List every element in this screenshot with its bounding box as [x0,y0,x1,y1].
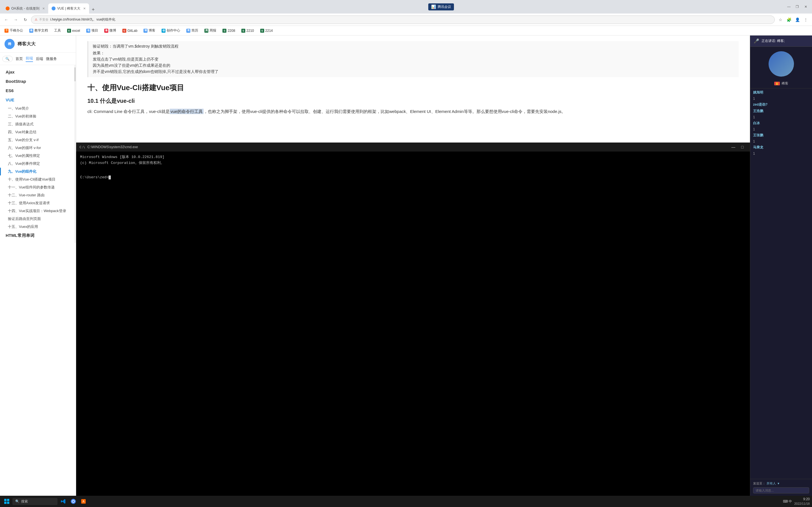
bookmark-project[interactable]: 项 项目 [84,27,100,34]
svg-rect-2 [4,502,6,504]
nav-backend[interactable]: 后端 [36,56,43,61]
tab-oa[interactable]: OA系统 - 在线签到 ✕ [2,3,48,13]
chat-name-machenglong: 马乘龙 [753,145,809,150]
address-input[interactable]: ⚠ 不安全 i.heyige.cn/front/vue.html#九、vue的组… [31,15,775,24]
sidebar-link-7[interactable]: 七、Vue的属性绑定 [0,152,76,160]
nav-home[interactable]: 首页 [15,56,23,61]
tab-close-oa[interactable]: ✕ [42,7,45,10]
bookmark-tools[interactable]: 工具 [52,27,63,34]
tab-close-vue[interactable]: ✕ [83,7,86,10]
new-tab-button[interactable]: + [89,6,97,13]
bookmark-chuangzuo[interactable]: 创 创作中心 [159,27,183,34]
sidebar-link-5[interactable]: 五、Vue的分支 v-if [0,136,76,144]
bookmark-jiaoxue[interactable]: 教 教学文档 [27,27,50,34]
tencent-meeting-bar[interactable]: 📊 腾讯会议 [428,3,454,10]
maximize-button[interactable]: ❐ [794,3,801,11]
bookmark-label-2214: 2214 [265,29,273,33]
sidebar-link-12[interactable]: 十二、Vue-router 路由 [0,191,76,199]
sidebar-link-6[interactable]: 六、Vue的循环 v-for [0,144,76,152]
bookmark-2208[interactable]: S 2208 [220,27,238,34]
sidebar-link-8[interactable]: 八、Vue的事件绑定 [0,160,76,168]
sidebar-section-ajax[interactable]: Ajax [0,67,76,76]
taskbar-app-vscode[interactable] [59,497,68,506]
bookmark-resume[interactable]: 简 简历 [184,27,200,34]
bookmark-label-2208: 2208 [227,29,235,33]
extension-button[interactable]: 🧩 [785,16,793,24]
panel-avatar [769,51,794,76]
browser-chrome: OA系统 - 在线签到 ✕ VUE | 稀客大大 ✕ + 📊 腾讯会议 — ❐ … [0,0,812,13]
address-bar-row: ← → ↻ ⚠ 不安全 i.heyige.cn/front/vue.html#九… [0,13,812,26]
bookmark-icon-excel: E [67,29,71,33]
bookmark-label-gitlab: GitLab [128,29,137,33]
bookmark-blog[interactable]: 博 博客 [141,27,158,34]
chat-item-machenglong: 马乘龙 [753,145,809,150]
sidebar-link-15[interactable]: 十五、Vuex的应用 [0,223,76,231]
profile-button[interactable]: 👤 [794,16,801,24]
taskbar-app-chrome[interactable] [69,497,78,506]
close-button[interactable]: ✕ [802,3,810,11]
cmd-prompt-line: C:\Users\zed> [80,175,746,180]
bookmark-excel[interactable]: E excel [65,27,82,34]
svg-rect-1 [7,499,9,501]
participant-row: ✋ 稀客 [750,81,812,86]
speaking-text: 正在讲话: 稀客; [762,39,784,43]
bookmark-label-chuangzuo: 创作中心 [167,28,180,33]
sidebar-link-1[interactable]: 一、Vue简介 [0,105,76,112]
sidebar-link-3[interactable]: 三、插值表达式 [0,120,76,128]
svg-rect-3 [7,502,9,504]
nav-bar: 🔍 首页 前端 后端 微服务 [0,53,76,65]
sidebar-link-11[interactable]: 十一、Vue组件间的参数传递 [0,183,76,191]
bookmark-star-button[interactable]: ☆ [776,16,784,24]
taskbar-search[interactable]: 🔍 搜索 [12,498,57,505]
sidebar-section-vue[interactable]: VUE [0,95,76,105]
avatar-image [769,51,794,76]
bookmark-qianfeng[interactable]: 千 千峰办公 [2,27,26,34]
site-title: 稀客大大 [17,41,36,47]
bookmark-2210[interactable]: S 2210 [239,27,256,34]
sidebar-link-14b[interactable]: 验证后路由至列页面 [0,215,76,223]
sidebar-link-13[interactable]: 十三、使用Axios发送请求 [0,199,76,207]
bookmark-label-zhoubao: 周报 [209,28,216,33]
section10-paragraph: cli: Command Line 命令行工具，vue-cli就是vue的命令行… [87,108,739,115]
cmd-controls: — □ [729,144,747,151]
sidebar-scrollbar[interactable] [74,65,76,243]
cmd-maximize[interactable]: □ [738,144,747,151]
cmd-line1: Microsoft Windows [版本 10.0.22621.819] [80,154,746,160]
sidebar-section-bootstrap[interactable]: BootStrap [0,76,76,86]
bookmark-zhoubao[interactable]: 周 周报 [202,27,218,34]
sidebar-section-es6[interactable]: ES6 [0,86,76,95]
time-display: 9:20 [794,497,810,502]
chat-name-baibing: 白冰 [753,121,809,126]
back-button[interactable]: ← [2,16,10,24]
nav-microservice[interactable]: 微服务 [46,56,57,61]
send-to-dropdown-icon[interactable]: ▼ [777,482,780,485]
send-input[interactable] [753,487,809,494]
bookmark-weibo[interactable]: 微 微博 [102,27,118,34]
sidebar-link-9-container[interactable]: 九、Vue的组件化 [0,168,76,175]
bookmark-2214[interactable]: S 2214 [258,27,275,34]
start-button[interactable] [2,497,11,506]
chrome-icon [70,499,76,504]
sidebar-link-4[interactable]: 四、Vue对象总结 [0,128,76,136]
refresh-button[interactable]: ↻ [21,16,29,24]
taskbar-search-label: 搜索 [21,499,28,504]
sidebar-link-14[interactable]: 十四、Vue实战项目：Webpack登录 [0,207,76,215]
cmd-minimize[interactable]: — [729,144,738,151]
sidebar-link-9[interactable]: 九、Vue的组件化 [1,168,76,175]
nav-frontend[interactable]: 前端 [26,56,33,62]
bookmark-gitlab[interactable]: G GitLab [120,27,140,34]
address-text: i.heyige.cn/front/vue.html#九、vue的组件化 [50,17,115,22]
cmd-prompt: C:\Users\zed> [80,175,109,179]
menu-button[interactable]: ⋮ [802,16,810,24]
sidebar-link-2[interactable]: 二、Vue的初体验 [0,112,76,120]
tab-vue[interactable]: VUE | 稀客大大 ✕ [48,3,89,13]
sidebar-link-10[interactable]: 十、使用Vue-Cli搭建Vue项目 [0,175,76,183]
taskbar-app-other[interactable]: A [79,497,88,506]
search-box[interactable]: 🔍 [2,56,13,62]
send-to-option[interactable]: 所有人 [767,482,776,486]
forward-button[interactable]: → [12,16,20,24]
sidebar: 稀 稀客大大 🔍 首页 前端 后端 微服务 Ajax BootStrap ES6… [0,36,76,496]
bookmark-icon-zhoubao: 周 [204,29,208,33]
sidebar-section-html[interactable]: HTML常用单词 [0,231,76,240]
minimize-button[interactable]: — [785,3,793,11]
